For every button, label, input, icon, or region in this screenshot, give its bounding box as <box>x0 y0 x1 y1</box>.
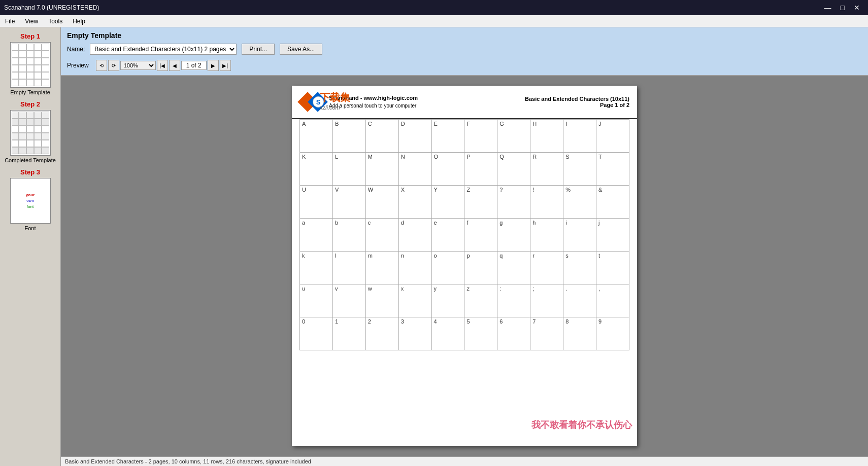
char-label: % <box>565 187 594 193</box>
char-cell: V <box>332 186 365 219</box>
char-label: 1 <box>335 318 363 325</box>
thumb-cell <box>34 51 42 58</box>
nav-prev-button[interactable]: ◀ <box>169 60 180 71</box>
doc-title-line2: Page 1 of 2 <box>525 102 629 108</box>
char-cell: p <box>464 252 497 284</box>
char-label: ! <box>532 187 561 193</box>
table-row: KLMNOPQRST <box>300 153 629 186</box>
char-cell: . <box>563 284 596 317</box>
step1-grid <box>11 43 50 87</box>
char-cell: 4 <box>431 317 464 350</box>
char-cell: v <box>332 284 365 317</box>
close-button[interactable]: ✕ <box>850 3 864 12</box>
sidebar-item-step1[interactable]: Step 1 <box>3 32 58 95</box>
font-line2: own <box>26 198 34 203</box>
sidebar-item-step2[interactable]: Step 2 <box>3 100 58 163</box>
nav-first-button[interactable]: |◀ <box>157 60 168 71</box>
thumb-cell <box>26 140 34 147</box>
char-cell: c <box>365 219 398 252</box>
maximize-button[interactable]: □ <box>837 3 849 12</box>
doc-logo-area: S Scanahand - www.high-logic.com Add a p… <box>299 91 418 113</box>
font-line1: your <box>26 192 35 198</box>
thumb-cell <box>42 147 49 154</box>
thumb-cell <box>26 72 34 79</box>
sidebar-item-step3[interactable]: Step 3 your own font Font <box>3 168 58 231</box>
char-cell: Z <box>464 186 497 219</box>
step2-label: Step 2 <box>20 100 40 108</box>
char-label: E <box>434 121 462 127</box>
char-label: x <box>401 285 429 292</box>
char-cell: f <box>464 219 497 252</box>
doc-header: S Scanahand - www.high-logic.com Add a p… <box>292 86 637 119</box>
thumb-cell <box>34 140 42 147</box>
char-cell: ! <box>530 186 563 219</box>
char-label: y <box>434 285 462 292</box>
char-label: i <box>565 220 594 226</box>
menu-file[interactable]: File <box>0 17 20 26</box>
char-cell: 2 <box>365 317 398 350</box>
char-label: g <box>499 220 528 226</box>
thumb-cell <box>19 51 26 58</box>
char-label: Q <box>499 154 528 160</box>
menu-help[interactable]: Help <box>68 17 90 26</box>
thumb-cell <box>34 65 42 72</box>
char-cell: l <box>332 252 365 284</box>
doc-title-line1: Basic and Extended Characters (10x11) <box>525 96 629 102</box>
char-label: m <box>368 253 396 259</box>
thumb-cell <box>42 44 49 51</box>
nav-rotate-left-button[interactable]: ⟲ <box>96 60 107 71</box>
char-cell: 9 <box>596 317 629 350</box>
char-label: z <box>466 285 495 292</box>
zoom-select[interactable]: 100% <box>120 61 156 70</box>
char-cell: o <box>431 252 464 284</box>
char-label: f <box>466 220 495 226</box>
char-label: : <box>499 285 528 292</box>
char-label: 7 <box>532 318 561 325</box>
step3-font-preview: your own font <box>26 178 35 223</box>
step1-thumbnail <box>10 42 51 88</box>
char-label: t <box>598 253 627 259</box>
step1-label: Step 1 <box>20 32 40 40</box>
minimize-button[interactable]: — <box>820 3 836 12</box>
char-cell: Y <box>431 186 464 219</box>
char-cell: j <box>596 219 629 252</box>
char-cell: C <box>365 120 398 153</box>
char-label: e <box>434 220 462 226</box>
char-label: T <box>598 154 627 160</box>
doc-main[interactable]: 下载集 xzli.com S <box>61 76 868 456</box>
thumb-cell <box>26 147 34 154</box>
char-label: 6 <box>499 318 528 325</box>
char-cell: K <box>300 153 333 186</box>
thumb-cell <box>34 133 42 140</box>
char-label: B <box>335 121 363 127</box>
char-cell: 8 <box>563 317 596 350</box>
char-cell: 0 <box>300 317 333 350</box>
nav-rotate-right-button[interactable]: ⟳ <box>108 60 119 71</box>
nav-last-button[interactable]: ▶| <box>220 60 231 71</box>
thumb-cell <box>12 58 19 65</box>
menu-tools[interactable]: Tools <box>43 17 68 26</box>
step2-thumbnail <box>10 110 51 156</box>
thumb-cell <box>12 72 19 79</box>
char-label: h <box>532 220 561 226</box>
char-cell: U <box>300 186 333 219</box>
char-label: Z <box>466 187 495 193</box>
char-cell: , <box>596 284 629 317</box>
logo-s-badge: S <box>313 96 324 107</box>
preview-label: Preview <box>67 62 89 69</box>
table-row: abcdefghij <box>300 219 629 252</box>
thumb-cell <box>26 58 34 65</box>
save-as-button[interactable]: Save As... <box>280 44 322 55</box>
thumb-cell <box>12 140 19 147</box>
template-name-select[interactable]: Basic and Extended Characters (10x11) 2 … <box>90 44 237 55</box>
print-button[interactable]: Print... <box>242 44 275 55</box>
char-cell: b <box>332 219 365 252</box>
thumb-cell <box>19 112 26 119</box>
menu-view[interactable]: View <box>20 17 43 26</box>
nav-next-button[interactable]: ▶ <box>208 60 219 71</box>
char-cell: a <box>300 219 333 252</box>
char-cell: ? <box>497 186 530 219</box>
char-label: & <box>598 187 627 193</box>
char-label: H <box>532 121 561 127</box>
char-cell: k <box>300 252 333 284</box>
